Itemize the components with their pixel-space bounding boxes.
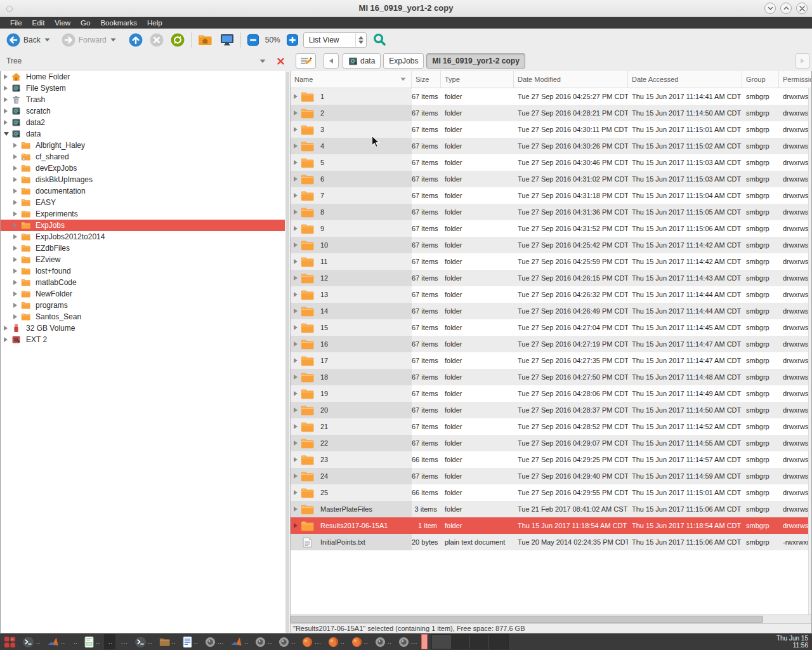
sidebar-tree-item-lost-found[interactable]: lost+found: [0, 265, 290, 277]
taskbar-item[interactable]: ...: [396, 634, 421, 649]
expander-icon[interactable]: [3, 131, 11, 136]
maximize-button[interactable]: [780, 3, 792, 14]
table-row[interactable]: 3 67 items folder Tue 27 Sep 2016 04:30:…: [291, 121, 812, 138]
expander-icon[interactable]: [13, 256, 21, 263]
row-expander-icon[interactable]: [291, 176, 301, 182]
expander-icon[interactable]: [3, 325, 11, 331]
refresh-button[interactable]: [171, 33, 185, 47]
workspace-pager[interactable]: [431, 634, 509, 649]
column-header-type[interactable]: Type: [441, 71, 514, 88]
table-row[interactable]: 2 67 items folder Tue 27 Sep 2016 04:28:…: [291, 105, 812, 121]
scroll-path-right-button[interactable]: [796, 53, 809, 69]
expander-icon[interactable]: [13, 188, 21, 194]
row-expander-icon[interactable]: [291, 473, 301, 479]
row-expander-icon[interactable]: [291, 258, 301, 265]
row-expander-icon[interactable]: [291, 522, 301, 529]
column-header-date-accessed[interactable]: Date Accessed: [628, 71, 742, 88]
expander-icon[interactable]: [13, 314, 21, 320]
file-list-hscrollbar[interactable]: [291, 614, 812, 623]
row-expander-icon[interactable]: [291, 242, 301, 248]
row-expander-icon[interactable]: [291, 225, 301, 232]
sidebar-tree-item-file-system[interactable]: File System: [0, 83, 290, 94]
expander-icon[interactable]: [13, 165, 21, 171]
table-row[interactable]: 12 67 items folder Tue 27 Sep 2016 04:26…: [291, 270, 812, 286]
sidebar-scrollbar[interactable]: [285, 71, 290, 633]
home-button[interactable]: [198, 34, 212, 46]
workspace-cell-4[interactable]: [489, 635, 508, 649]
workspace-cell-1[interactable]: [432, 635, 451, 649]
row-expander-icon[interactable]: [291, 440, 301, 446]
menu-bookmarks[interactable]: Bookmarks: [95, 17, 142, 29]
table-row[interactable]: 9 67 items folder Tue 27 Sep 2016 04:31:…: [291, 220, 812, 237]
side-pane-mode-icon[interactable]: [259, 59, 266, 63]
sidebar-tree-item-albright-haley[interactable]: Albright_Haley: [0, 140, 290, 151]
taskbar-item[interactable]: ...: [202, 634, 227, 649]
sidebar-tree-item-data[interactable]: data: [0, 128, 290, 140]
sidebar-tree-item-ezdbfiles[interactable]: EZdbFiles: [0, 242, 290, 254]
search-button[interactable]: [373, 33, 386, 46]
table-row[interactable]: 13 67 items folder Tue 27 Sep 2016 04:26…: [291, 286, 812, 303]
taskbar-item[interactable]: ..: [69, 634, 81, 649]
menu-help[interactable]: Help: [142, 17, 167, 29]
taskbar-item[interactable]: ..: [157, 634, 179, 649]
expander-icon[interactable]: [13, 302, 21, 308]
back-dropdown-icon[interactable]: [44, 38, 50, 42]
expander-icon[interactable]: [13, 199, 21, 206]
close-button[interactable]: [796, 3, 808, 14]
view-mode-select[interactable]: List View: [303, 32, 367, 48]
table-row[interactable]: 8 67 items folder Tue 27 Sep 2016 04:31:…: [291, 204, 812, 220]
sidebar-tree-item-diskbkupimages[interactable]: diskBkUpImages: [0, 174, 290, 185]
table-row[interactable]: 19 67 items folder Tue 27 Sep 2016 04:28…: [291, 385, 812, 402]
expander-icon[interactable]: [13, 211, 21, 217]
row-expander-icon[interactable]: [291, 357, 301, 364]
taskbar-item[interactable]: ..: [82, 634, 103, 649]
sidebar-tree-item-cf-shared[interactable]: cf_shared: [0, 151, 290, 162]
row-expander-icon[interactable]: [291, 143, 301, 149]
row-expander-icon[interactable]: [291, 489, 301, 496]
table-row[interactable]: 24 67 items folder Tue 27 Sep 2016 04:29…: [291, 468, 812, 484]
column-header-size[interactable]: Size: [412, 71, 441, 88]
row-expander-icon[interactable]: [291, 126, 301, 133]
expander-icon[interactable]: [13, 234, 21, 240]
sidebar-tree-item-devexpjobs[interactable]: devExpJobs: [0, 162, 290, 174]
table-row[interactable]: 21 67 items folder Tue 27 Sep 2016 04:28…: [291, 418, 812, 435]
row-expander-icon[interactable]: [291, 341, 301, 347]
taskbar-item[interactable]: ...: [117, 634, 131, 649]
app-launcher-button[interactable]: [1, 634, 18, 649]
table-row[interactable]: 17 67 items folder Tue 27 Sep 2016 04:27…: [291, 352, 812, 369]
sidebar-tree-item-programs[interactable]: programs: [0, 300, 290, 311]
sidebar-tree-item-trash[interactable]: Trash: [0, 94, 290, 105]
workspace-cell-3[interactable]: [470, 635, 489, 649]
sidebar-tree-item-32-gb-volume[interactable]: 32 GB Volume: [0, 322, 290, 334]
table-row[interactable]: 25 66 items folder Tue 27 Sep 2016 04:29…: [291, 484, 812, 501]
sidebar-tree-item-documentation[interactable]: documentation: [0, 185, 290, 197]
table-row[interactable]: 11 67 items folder Tue 27 Sep 2016 04:25…: [291, 253, 812, 270]
taskbar-item[interactable]: ..: [228, 634, 251, 649]
expander-icon[interactable]: [3, 108, 11, 114]
expander-icon[interactable]: [3, 85, 11, 91]
table-row[interactable]: 6 67 items folder Tue 27 Sep 2016 04:31:…: [291, 171, 812, 187]
row-expander-icon[interactable]: [291, 159, 301, 166]
sidebar-tree-item-experiments[interactable]: Experiments: [0, 208, 290, 220]
sidebar-tree-item-data2[interactable]: data2: [0, 117, 290, 128]
expander-icon[interactable]: [13, 291, 21, 297]
table-row[interactable]: 5 67 items folder Tue 27 Sep 2016 04:30:…: [291, 154, 812, 171]
taskbar-item[interactable]: ..: [349, 634, 371, 649]
file-list-vscrollbar[interactable]: [808, 88, 812, 614]
hscrollbar-thumb[interactable]: [291, 616, 763, 623]
menu-go[interactable]: Go: [75, 17, 95, 29]
table-row[interactable]: 20 67 items folder Tue 27 Sep 2016 04:28…: [291, 402, 812, 418]
row-expander-icon[interactable]: [291, 308, 301, 314]
taskbar-item[interactable]: ..: [276, 634, 298, 649]
column-header-group[interactable]: Group: [742, 71, 779, 88]
column-header-date-modified[interactable]: Date Modified: [514, 71, 628, 88]
edit-path-button[interactable]: [296, 53, 316, 69]
expander-icon[interactable]: [3, 119, 11, 126]
sidebar-tree-item-expjobs2012to2014[interactable]: ExpJobs2012to2014: [0, 231, 290, 242]
sidebar-tree-item-easy[interactable]: EASY: [0, 197, 290, 208]
desktop-button[interactable]: [220, 34, 234, 46]
taskbar-item[interactable]: ..: [180, 634, 201, 649]
row-expander-icon[interactable]: [291, 275, 301, 281]
table-row[interactable]: 16 67 items folder Tue 27 Sep 2016 04:27…: [291, 336, 812, 352]
view-mode-spinner[interactable]: [355, 33, 366, 47]
